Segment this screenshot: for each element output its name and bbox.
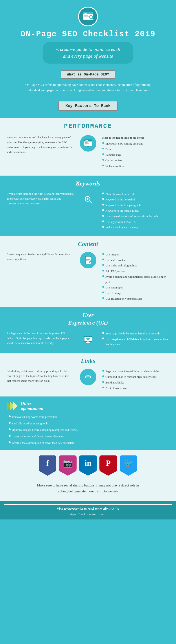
- social-icon-twitter[interactable]: 🐦: [120, 456, 137, 476]
- ux-left-text: As Page speed is the one of the most imp…: [6, 331, 74, 346]
- performance-header: PERFORMANCE: [0, 123, 176, 130]
- content-left-text: Create unique and fresh content, differe…: [6, 252, 74, 262]
- what-is-badge: What is On-Page SEO?: [61, 70, 115, 79]
- list-item: Optimize images before uploading (compre…: [9, 427, 170, 432]
- links-title: Links: [0, 357, 176, 364]
- subtitle-box: A creative guide to optimize each and ev…: [43, 42, 134, 64]
- keywords-section: Keywords If you are not targeting the ri…: [0, 176, 176, 236]
- what-is-badge-text: What is On-Page SEO?: [67, 72, 109, 76]
- list-item: Use Pingdom and GTMetric to optimize you…: [102, 336, 170, 347]
- bullet-dot: [102, 153, 104, 155]
- ux-icon: [78, 331, 98, 348]
- list-item: Add FAQ section: [102, 269, 170, 274]
- list-item: Rambler Page: [102, 152, 170, 157]
- chevrons: [6, 401, 18, 411]
- other-title: Other optimization: [21, 401, 43, 411]
- bullet-dot: [102, 226, 104, 228]
- ux-section: User Experience (UX) As Page speed is th…: [0, 307, 176, 353]
- what-is-section: What is On-Page SEO? On-Page SEO refers …: [0, 66, 176, 98]
- svg-point-13: [86, 140, 87, 141]
- footer-cta: Visit techcresendo to read more about SE…: [4, 507, 172, 511]
- list-item: Create a meta title of fewer than 65 cha…: [9, 434, 170, 439]
- list-item: SEMRush SEO writing assistant: [102, 141, 170, 146]
- bullet-dot: [102, 332, 104, 334]
- bullet-dot: [102, 198, 104, 200]
- list-item: Keyword in the first paragraph.: [102, 203, 170, 208]
- other-header: Other optimization: [6, 401, 170, 411]
- svg-rect-32: [86, 342, 90, 343]
- twitter-icon: 🐦: [120, 456, 137, 471]
- performance-section: PERFORMANCE Research on your site and ch…: [0, 118, 176, 176]
- social-icon-pinterest[interactable]: P: [100, 456, 117, 476]
- performance-icon: [78, 135, 98, 152]
- content-icon-circle: [80, 252, 96, 268]
- bullet-dot: [102, 338, 104, 339]
- header-logo: [78, 6, 98, 26]
- main-title: ON-Page SEO Checklist 2019: [4, 30, 172, 39]
- bullet-dot: [102, 220, 104, 222]
- social-section: f📷inP🐦 Make sure to have social sharing …: [0, 450, 176, 501]
- list-item: Use Headings: [102, 290, 170, 296]
- key-factors-section: Key Factors To Rank: [0, 98, 176, 118]
- links-icon: [78, 369, 98, 385]
- performance-title: PERFORMANCE: [64, 123, 112, 130]
- key-factors-text: Key Factors To Rank: [65, 104, 110, 108]
- footer-section: Visit techcresendo to read more about SE…: [0, 501, 176, 520]
- svg-point-34: [88, 338, 88, 339]
- bullet-dot: [9, 441, 10, 443]
- list-item: Keyword in the permalink.: [102, 197, 170, 202]
- list-item: Outbound links to relevant high-quality …: [102, 374, 170, 379]
- svg-point-3: [85, 12, 86, 14]
- list-item: Place Keyword in the title: [102, 192, 170, 196]
- svg-rect-7: [84, 18, 87, 18]
- bullet-dot: [102, 297, 104, 299]
- keywords-title: Keywords: [0, 180, 176, 187]
- list-item: Frase: [102, 146, 170, 152]
- bullet-dot: [102, 386, 104, 388]
- bullet-dot: [9, 435, 10, 437]
- svg-rect-16: [85, 144, 89, 144]
- content-row: Create unique and fresh content, differe…: [0, 251, 176, 305]
- performance-row: Research on your site and check each and…: [0, 133, 176, 174]
- ux-icon-circle: [80, 331, 96, 348]
- ux-title: User Experience (UX): [0, 312, 176, 326]
- list-item: Page must have internal links to related…: [102, 369, 170, 374]
- svg-rect-31: [87, 342, 89, 342]
- svg-rect-17: [85, 144, 87, 145]
- bullet-dot: [9, 416, 10, 417]
- social-icon-linkedin[interactable]: in: [79, 456, 97, 476]
- performance-icon-circle: [80, 135, 96, 152]
- content-icon: [78, 252, 98, 268]
- content-title: Content: [0, 240, 176, 248]
- chevron-3: [13, 401, 18, 411]
- svg-rect-18: [87, 146, 89, 147]
- bullet-dot: [9, 428, 10, 430]
- svg-point-12: [85, 140, 86, 141]
- key-factors-badge: Key Factors To Rank: [58, 101, 118, 111]
- performance-items: SEMRush SEO writing assistantFraseRamble…: [102, 141, 170, 168]
- svg-point-4: [86, 12, 87, 14]
- social-icon-instagram[interactable]: 📷: [59, 456, 76, 476]
- instagram-icon: 📷: [59, 456, 76, 471]
- bullet-dot: [102, 381, 104, 383]
- keywords-left-text: If you are not targeting the right keywo…: [6, 192, 74, 206]
- social-icon-facebook[interactable]: f: [39, 456, 56, 476]
- svg-rect-5: [84, 15, 88, 16]
- bullet-dot: [102, 286, 104, 288]
- bullet-dot: [102, 253, 104, 255]
- bullet-dot: [102, 270, 104, 272]
- social-icons-row: f📷inP🐦: [6, 456, 170, 476]
- svg-rect-1: [83, 12, 93, 14]
- bullet-dot: [102, 148, 104, 150]
- list-item: Make 1.5% keyword density.: [102, 225, 170, 230]
- svg-rect-30: [84, 336, 92, 337]
- footer-divider: [4, 504, 172, 505]
- bullet-dot: [102, 275, 104, 277]
- keywords-row: If you are not targeting the right keywo…: [0, 190, 176, 234]
- pinterest-icon: P: [100, 456, 117, 471]
- list-item: Use paragraphs: [102, 285, 170, 290]
- list-item: Use targeted and related keywords in the…: [102, 214, 170, 219]
- list-item: USe Bulleted or Numbered List: [102, 296, 170, 301]
- list-item: Avoid Spelling and Grammatical errors Ma…: [102, 274, 170, 284]
- other-list: Remove all stop words from permalink.Fin…: [6, 414, 170, 445]
